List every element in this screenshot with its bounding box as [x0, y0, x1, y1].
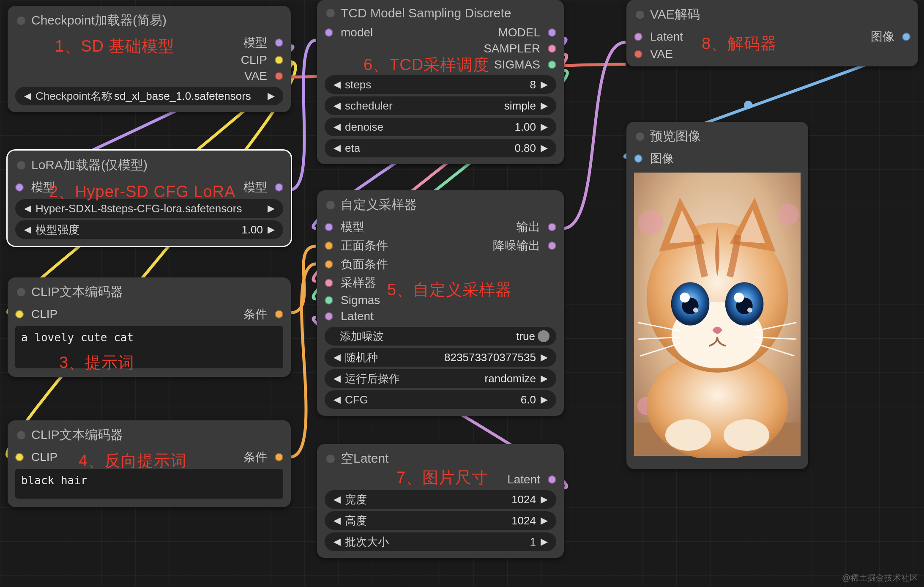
negative-prompt-textarea[interactable]: black hair: [15, 469, 283, 499]
port-cond-out[interactable]: [275, 453, 283, 461]
scheduler-widget[interactable]: ◀schedulersimple▶: [325, 96, 556, 115]
node-title[interactable]: CLIP文本编码器: [8, 420, 291, 448]
chevron-right-icon[interactable]: ▶: [539, 79, 549, 90]
chevron-right-icon[interactable]: ▶: [265, 224, 276, 235]
node-clip-encode-negative[interactable]: CLIP文本编码器 CLIP 条件 black hair: [8, 420, 291, 507]
chevron-right-icon[interactable]: ▶: [539, 515, 549, 526]
chevron-right-icon[interactable]: ▶: [539, 373, 549, 384]
chevron-left-icon[interactable]: ◀: [331, 79, 342, 90]
port-sigmas-in[interactable]: [325, 296, 333, 304]
node-title[interactable]: 空Latent: [317, 444, 564, 472]
port-vae-in[interactable]: [634, 50, 642, 58]
chevron-right-icon[interactable]: ▶: [539, 100, 549, 111]
chevron-left-icon[interactable]: ◀: [22, 224, 33, 235]
out-denoised-label: 降噪输出: [493, 238, 540, 254]
node-preview-image[interactable]: 预览图像 图像: [626, 122, 808, 469]
chevron-left-icon[interactable]: ◀: [22, 91, 33, 101]
collapse-dot-icon[interactable]: [17, 16, 25, 25]
chevron-left-icon[interactable]: ◀: [331, 494, 342, 505]
chevron-left-icon[interactable]: ◀: [331, 373, 342, 384]
port-sigmas-out[interactable]: [548, 60, 556, 69]
chevron-left-icon[interactable]: ◀: [331, 394, 342, 405]
node-title[interactable]: CLIP文本编码器: [8, 277, 291, 305]
chevron-right-icon[interactable]: ▶: [539, 394, 549, 405]
eta-widget[interactable]: ◀eta0.80▶: [325, 139, 556, 157]
width-widget[interactable]: ◀宽度1024▶: [325, 490, 556, 509]
node-custom-sampler[interactable]: 自定义采样器 模型 输出 正面条件 降噪输出 负面条件 采样器 Sigmas L…: [317, 190, 564, 416]
steps-widget[interactable]: ◀steps8▶: [325, 75, 556, 94]
after-generate-widget[interactable]: ◀运行后操作randomize▶: [325, 369, 556, 388]
lora-file-widget[interactable]: ◀ Hyper-SDXL-8steps-CFG-lora.safetensors…: [15, 199, 283, 218]
add-noise-widget[interactable]: 添加噪波true: [325, 327, 556, 346]
cfg-widget[interactable]: ◀CFG6.0▶: [325, 390, 556, 409]
node-title[interactable]: TCD Model Sampling Discrete: [317, 0, 564, 25]
port-latent-out[interactable]: [548, 475, 556, 484]
svg-point-0: [744, 101, 752, 109]
port-output-out[interactable]: [548, 223, 556, 231]
node-title[interactable]: Checkpoint加载器(简易): [8, 6, 291, 33]
lora-strength-widget[interactable]: ◀ 模型强度 1.00 ▶: [15, 220, 283, 239]
out-model-label: 模型: [243, 35, 267, 51]
port-model-out[interactable]: [275, 183, 283, 192]
port-cond-out[interactable]: [275, 310, 283, 318]
chevron-right-icon[interactable]: ▶: [539, 494, 549, 505]
node-checkpoint-loader[interactable]: Checkpoint加载器(简易) 模型 CLIP VAE ◀ Checkpoi…: [8, 6, 291, 112]
collapse-dot-icon[interactable]: [17, 161, 25, 170]
port-vae-out[interactable]: [275, 72, 283, 80]
prompt-textarea[interactable]: a lovely cute cat: [15, 326, 283, 368]
chevron-right-icon[interactable]: ▶: [265, 203, 276, 214]
port-clip-out[interactable]: [275, 56, 283, 64]
chevron-right-icon[interactable]: ▶: [539, 536, 549, 547]
chevron-left-icon[interactable]: ◀: [331, 536, 342, 547]
collapse-dot-icon[interactable]: [326, 201, 335, 209]
port-latent-in[interactable]: [325, 312, 333, 321]
port-sampler-out[interactable]: [548, 44, 556, 53]
seed-widget[interactable]: ◀随机种823573370377535▶: [325, 348, 556, 367]
port-sampler-in[interactable]: [325, 279, 333, 287]
collapse-dot-icon[interactable]: [636, 11, 644, 19]
node-clip-encode-positive[interactable]: CLIP文本编码器 CLIP 条件 a lovely cute cat: [8, 277, 291, 377]
collapse-dot-icon[interactable]: [636, 132, 644, 141]
collapse-dot-icon[interactable]: [17, 431, 25, 439]
port-model-out[interactable]: [275, 38, 283, 47]
port-clip-in[interactable]: [15, 310, 24, 318]
chevron-right-icon[interactable]: ▶: [539, 143, 549, 154]
port-model-in[interactable]: [325, 223, 333, 231]
chevron-right-icon[interactable]: ▶: [265, 91, 276, 101]
port-model-out[interactable]: [548, 28, 556, 37]
batch-widget[interactable]: ◀批次大小1▶: [325, 532, 556, 551]
node-lora-loader[interactable]: LoRA加载器(仅模型) 模型 模型 ◀ Hyper-SDXL-8steps-C…: [8, 151, 291, 246]
height-widget[interactable]: ◀高度1024▶: [325, 511, 556, 530]
collapse-dot-icon[interactable]: [17, 288, 25, 296]
port-clip-in[interactable]: [15, 453, 24, 461]
node-title[interactable]: LoRA加载器(仅模型): [8, 151, 291, 178]
chevron-left-icon[interactable]: ◀: [331, 121, 342, 132]
chevron-left-icon[interactable]: ◀: [331, 515, 342, 526]
node-vae-decode[interactable]: VAE解码 Latent 图像 VAE: [626, 0, 918, 66]
chevron-left-icon[interactable]: ◀: [331, 100, 342, 111]
node-empty-latent[interactable]: 空Latent Latent ◀宽度1024▶ ◀高度1024▶ ◀批次大小1▶: [317, 444, 564, 558]
checkpoint-file-widget[interactable]: ◀ Checkpoint名称 sd_xl_base_1.0.safetensor…: [15, 87, 283, 105]
collapse-dot-icon[interactable]: [326, 455, 335, 463]
denoise-widget[interactable]: ◀denoise1.00▶: [325, 118, 556, 136]
collapse-dot-icon[interactable]: [326, 9, 335, 17]
node-title[interactable]: VAE解码: [626, 0, 918, 27]
chevron-left-icon[interactable]: ◀: [331, 352, 342, 363]
port-image-out[interactable]: [902, 33, 910, 41]
port-positive-in[interactable]: [325, 241, 333, 250]
port-latent-in[interactable]: [634, 33, 642, 41]
chevron-right-icon[interactable]: ▶: [539, 121, 549, 132]
node-title[interactable]: 预览图像: [626, 122, 808, 149]
chevron-right-icon[interactable]: ▶: [539, 352, 549, 363]
svg-point-16: [680, 293, 690, 303]
node-title[interactable]: 自定义采样器: [317, 190, 564, 218]
port-model-in[interactable]: [15, 183, 24, 192]
port-image-in[interactable]: [634, 154, 642, 163]
chevron-left-icon[interactable]: ◀: [331, 143, 342, 154]
port-negative-in[interactable]: [325, 260, 333, 269]
chevron-left-icon[interactable]: ◀: [22, 203, 33, 214]
toggle-knob-icon[interactable]: [538, 330, 549, 342]
node-tcd-sampling[interactable]: TCD Model Sampling Discrete model MODEL …: [317, 0, 564, 164]
port-model-in[interactable]: [325, 28, 333, 37]
port-denoised-out[interactable]: [548, 241, 556, 250]
